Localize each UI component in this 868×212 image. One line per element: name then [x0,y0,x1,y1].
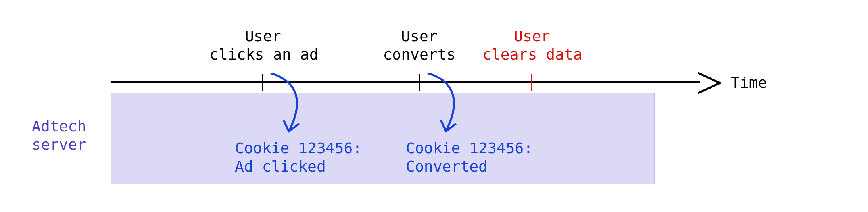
tick-click [262,74,263,91]
arrow-click-icon [266,73,309,141]
record-click: Cookie 123456: Ad clicked [235,139,362,175]
record-convert: Cookie 123456: Converted [406,139,533,175]
diagram-canvas: Adtech server Time User clicks an ad Use… [0,0,868,212]
arrowhead-icon [698,71,722,94]
tick-convert [419,74,420,91]
tick-clear [531,74,532,91]
event-label-click: User clicks an ad [209,27,317,64]
event-label-convert: User converts [382,27,457,64]
adtech-server-label: Adtech server [32,117,86,154]
axis-label-time: Time [731,74,767,91]
adtech-server-box [111,93,655,184]
event-label-clear: User clears data [482,27,582,64]
timeline-axis [111,81,700,83]
arrow-convert-icon [423,73,467,141]
